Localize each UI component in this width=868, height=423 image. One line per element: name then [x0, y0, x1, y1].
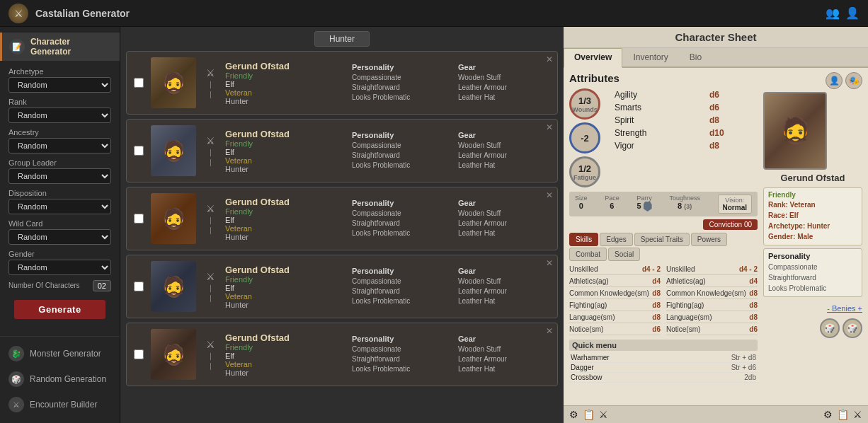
footer-icon-sheet[interactable]: 📋: [583, 409, 595, 420]
user-icon[interactable]: 👤: [845, 6, 860, 20]
card-close-3[interactable]: ✕: [546, 258, 553, 268]
ancestry-label: Ancestry: [8, 128, 111, 137]
card-close-4[interactable]: ✕: [546, 326, 553, 336]
tab-bio[interactable]: Bio: [679, 48, 712, 66]
skill-tab-powers[interactable]: Powers: [691, 233, 727, 246]
personality-traits: CompassionateStraightforwardLooks Proble…: [768, 262, 857, 294]
rank-label: Rank: [8, 98, 111, 106]
skill-tab-social[interactable]: Social: [608, 248, 640, 261]
encounter-builder-icon: ⚔: [8, 397, 24, 412]
skill-tabs: SkillsEdgesSpecial TraitsPowersCombatSoc…: [569, 233, 758, 261]
card-close-2[interactable]: ✕: [546, 190, 553, 200]
char-avatar-4: 🧔: [151, 329, 196, 380]
quick-menu-label: Quick menu: [569, 340, 758, 351]
char-gear-0: Gear Wooden StuffLeather ArmourLeather H…: [458, 63, 550, 103]
footer-icon-combat[interactable]: ⚔: [599, 409, 608, 420]
char-gear-1: Gear Wooden StuffLeather ArmourLeather H…: [458, 131, 550, 170]
weapon-icons-3: ⚔ | |: [203, 271, 218, 302]
attributes-table-container: Agilityd6Smartsd6Spiritd8Strengthd10Vigo…: [612, 88, 758, 187]
skill-left-5: Notice(sm)d6: [569, 324, 661, 335]
quick-menu-item-warhammer: WarhammerStr + d8: [569, 353, 758, 363]
encounter-builder-label: Encounter Builder: [30, 400, 97, 410]
sidebar-item-character-generator[interactable]: 📝 Character Generator: [0, 33, 120, 61]
center-panel: Hunter ✕ 🧔 ⚔ | | Gerund Ofstad Friendly …: [120, 27, 564, 423]
fatigue-value: 1/2: [578, 163, 591, 174]
card-checkbox-3[interactable]: [134, 282, 144, 291]
group-leader-select[interactable]: Random: [8, 168, 111, 184]
skill-right-3: Fighting(ag)d8: [666, 300, 758, 311]
card-checkbox-1[interactable]: [134, 146, 144, 156]
attributes-table: Agilityd6Smartsd6Spiritd8Strengthd10Vigo…: [612, 88, 758, 152]
ancestry-select[interactable]: Random: [8, 138, 111, 153]
stats-row: Size 0 Pace 6 Parry 5 Toughness 8 (3): [569, 192, 758, 216]
card-checkbox-0[interactable]: [134, 78, 144, 88]
archetype-select[interactable]: Random: [8, 77, 111, 93]
skill-tab-special-traits[interactable]: Special Traits: [634, 233, 690, 246]
char-avatar-0: 🧔: [151, 57, 196, 108]
character-card-2: ✕ 🧔 ⚔ | | Gerund Ofstad Friendly Elf Vet…: [126, 187, 558, 250]
card-checkbox-2[interactable]: [134, 214, 144, 224]
character-sheet-panel: Character Sheet Overview Inventory Bio A…: [564, 27, 868, 423]
skill-right-1: Athletics(ag)d4: [666, 276, 758, 287]
char-gear-2: Gear Wooden StuffLeather ArmourLeather H…: [458, 199, 550, 238]
app-logo: ⚔: [8, 4, 28, 23]
attr-row-strength: Strengthd10: [612, 127, 758, 139]
sheet-title: Character Sheet: [564, 27, 868, 48]
gender-select[interactable]: Random: [8, 260, 111, 275]
footer-icon-settings[interactable]: ⚙: [569, 409, 578, 420]
quick-menu-item-dagger: DaggerStr + d6: [569, 363, 758, 373]
skill-tab-edges[interactable]: Edges: [600, 233, 632, 246]
tab-inventory[interactable]: Inventory: [622, 48, 678, 66]
tab-overview[interactable]: Overview: [564, 48, 622, 68]
char-avatar-3: 🧔: [151, 261, 196, 312]
wounds-value: 1/3: [578, 95, 591, 106]
footer-icon-right-3[interactable]: ⚔: [853, 409, 862, 420]
sheet-tabs: Overview Inventory Bio: [564, 48, 868, 68]
personality-box: Personality CompassionateStraightforward…: [763, 248, 862, 297]
sidebar-item-encounter-builder[interactable]: ⚔ Encounter Builder: [0, 392, 120, 417]
card-checkbox-4[interactable]: [134, 349, 144, 359]
generate-button[interactable]: Generate: [14, 300, 105, 319]
disposition-select[interactable]: Random: [8, 199, 111, 214]
skill-left-3: Fighting(ag)d8: [569, 300, 661, 311]
dice-icon-1[interactable]: 🎲: [820, 318, 840, 338]
char-avatar-1: 🧔: [151, 125, 196, 176]
monster-generator-icon: 🐉: [8, 346, 24, 361]
sidebar-item-random-generation[interactable]: 🎲 Random Generation: [0, 366, 120, 392]
sidebar-item-monster-generator[interactable]: 🐉 Monster Generator: [0, 341, 120, 366]
skill-right-4: Language(sm)d8: [666, 312, 758, 323]
wounds-label: Wounds: [572, 106, 597, 113]
skill-right-5: Notice(sm)d6: [666, 324, 758, 335]
gender-label: Gender: [8, 250, 111, 258]
character-card-1: ✕ 🧔 ⚔ | | Gerund Ofstad Friendly Elf Vet…: [126, 119, 558, 182]
card-close-0[interactable]: ✕: [546, 54, 553, 64]
rank-select[interactable]: Random: [8, 108, 111, 123]
portrait-thumb-2: 🎭: [845, 72, 862, 89]
bennie-badge: -2: [569, 122, 600, 153]
char-info-0: Gerund Ofstad Friendly Elf Veteran Hunte…: [225, 61, 345, 105]
skill-tab-skills[interactable]: Skills: [569, 233, 598, 246]
benies-link[interactable]: - Benies +: [827, 304, 862, 313]
character-generator-label: Character Generator: [30, 37, 113, 57]
character-generator-icon: 📝: [9, 39, 25, 54]
users-icon[interactable]: 👥: [826, 6, 840, 20]
footer-icon-right-2[interactable]: 📋: [837, 409, 849, 420]
card-close-1[interactable]: ✕: [546, 122, 553, 132]
char-info-1: Gerund Ofstad Friendly Elf Veteran Hunte…: [225, 129, 345, 173]
sheet-left-col: Attributes 1/3 Wounds -2 1/2 Fati: [569, 72, 758, 401]
attr-row-vigor: Vigord8: [612, 139, 758, 152]
archetype-label: Archetype: [8, 67, 111, 76]
character-card-4: ✕ 🧔 ⚔ | | Gerund Ofstad Friendly Elf Vet…: [126, 323, 558, 386]
character-portrait: 🧔: [763, 92, 827, 170]
skill-tab-combat[interactable]: Combat: [569, 248, 607, 261]
char-gear-3: Gear Wooden StuffLeather ArmourLeather H…: [458, 267, 550, 306]
skills-grid: Unskilledd4 - 2Unskilledd4 - 2Athletics(…: [569, 264, 758, 335]
pace-stat: Pace 6: [605, 195, 619, 214]
wild-card-select[interactable]: Random: [8, 229, 111, 245]
skill-right-0: Unskilledd4 - 2: [666, 264, 758, 275]
footer-icon-right-1[interactable]: ⚙: [823, 409, 833, 420]
info-box: Friendly Rank: Veteran Race: Elf Archety…: [763, 187, 862, 245]
center-header-label: Hunter: [314, 31, 370, 47]
dice-icon-2[interactable]: 🎲: [843, 318, 862, 338]
random-generation-icon: 🎲: [8, 371, 24, 387]
